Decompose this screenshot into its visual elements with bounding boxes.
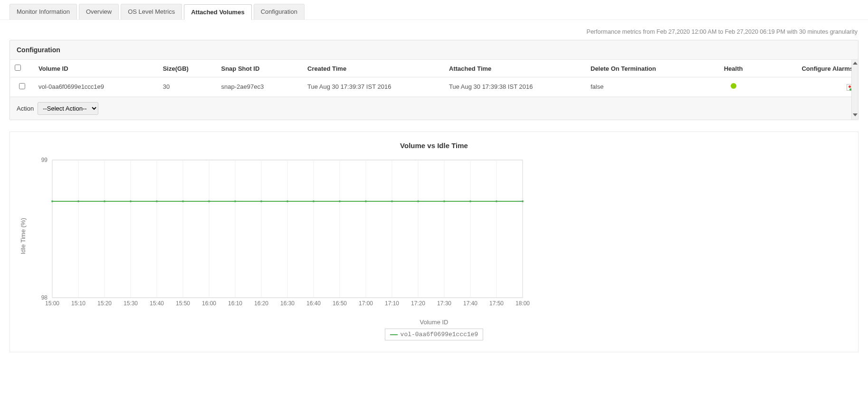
svg-text:16:10: 16:10 xyxy=(228,300,242,307)
svg-text:16:00: 16:00 xyxy=(202,300,216,307)
chart-row: Idle Time (%) 15:0015:1015:2015:3015:401… xyxy=(19,155,849,317)
svg-text:17:00: 17:00 xyxy=(359,300,373,307)
tab-attached-volumes[interactable]: Attached Volumes xyxy=(184,4,251,20)
cell-created-time: Tue Aug 30 17:39:37 IST 2016 xyxy=(303,77,444,97)
header-configure-alarms: Configure Alarms xyxy=(757,60,858,77)
header-health: Health xyxy=(710,60,757,77)
chart-title: Volume vs Idle Time xyxy=(19,141,849,150)
header-size: Size(GB) xyxy=(158,60,217,77)
cell-size: 30 xyxy=(158,77,217,97)
scroll-down-icon[interactable] xyxy=(853,113,858,116)
header-attached-time: Attached Time xyxy=(444,60,586,77)
svg-text:16:50: 16:50 xyxy=(333,300,347,307)
svg-text:15:40: 15:40 xyxy=(150,300,164,307)
svg-text:15:20: 15:20 xyxy=(97,300,112,307)
health-status-icon xyxy=(731,83,736,89)
header-snapshot-id: Snap Shot ID xyxy=(216,60,303,77)
svg-text:17:40: 17:40 xyxy=(463,300,477,307)
select-all-checkbox[interactable] xyxy=(15,65,21,71)
cell-attached-time: Tue Aug 30 17:39:38 IST 2016 xyxy=(444,77,586,97)
header-delete-on-termination: Delete On Termination xyxy=(586,60,710,77)
header-checkbox-cell xyxy=(10,60,34,77)
cell-delete-on-termination: false xyxy=(586,77,710,97)
action-select[interactable]: --Select Action-- xyxy=(38,102,98,115)
action-row: Action --Select Action-- xyxy=(10,97,858,120)
table-row: vol-0aa6f0699e1ccc1e9 30 snap-2ae97ec3 T… xyxy=(10,77,858,97)
chart-y-axis-label: Idle Time (%) xyxy=(19,218,27,254)
svg-text:17:50: 17:50 xyxy=(489,300,504,307)
panel-title: Configuration xyxy=(10,40,858,60)
svg-text:98: 98 xyxy=(41,294,48,301)
legend-item[interactable]: vol-0aa6f0699e1ccc1e9 xyxy=(385,329,484,340)
legend-label: vol-0aa6f0699e1ccc1e9 xyxy=(401,331,478,338)
volumes-table: Volume ID Size(GB) Snap Shot ID Created … xyxy=(10,60,858,97)
svg-text:99: 99 xyxy=(41,157,48,163)
svg-text:15:30: 15:30 xyxy=(124,300,138,307)
cell-volume-id: vol-0aa6f0699e1ccc1e9 xyxy=(34,77,158,97)
idle-time-chart: 15:0015:1015:2015:3015:4015:5016:0016:10… xyxy=(29,155,532,317)
svg-text:17:30: 17:30 xyxy=(437,300,451,307)
table-scrollbar[interactable] xyxy=(851,60,858,120)
table-header-row: Volume ID Size(GB) Snap Shot ID Created … xyxy=(10,60,858,77)
chart-legend: vol-0aa6f0699e1ccc1e9 xyxy=(19,329,849,340)
chart-panel: Volume vs Idle Time Idle Time (%) 15:001… xyxy=(10,132,858,352)
svg-text:17:20: 17:20 xyxy=(411,300,425,307)
volumes-table-wrap: Volume ID Size(GB) Snap Shot ID Created … xyxy=(10,60,858,120)
header-created-time: Created Time xyxy=(303,60,444,77)
svg-text:18:00: 18:00 xyxy=(515,300,530,307)
row-checkbox-cell xyxy=(10,77,34,97)
tab-overview[interactable]: Overview xyxy=(79,4,119,19)
tab-os-level-metrics[interactable]: OS Level Metrics xyxy=(121,4,182,19)
tabs-container: Monitor Information Overview OS Level Me… xyxy=(0,0,868,20)
row-checkbox[interactable] xyxy=(19,83,25,89)
chart-x-axis-label: Volume ID xyxy=(19,319,849,326)
action-label: Action xyxy=(17,105,34,112)
legend-swatch-icon xyxy=(390,334,398,335)
svg-text:17:10: 17:10 xyxy=(385,300,399,307)
svg-text:15:00: 15:00 xyxy=(45,300,59,307)
svg-text:15:50: 15:50 xyxy=(176,300,190,307)
cell-health xyxy=(710,77,757,97)
tab-monitor-information[interactable]: Monitor Information xyxy=(10,4,77,19)
header-volume-id: Volume ID xyxy=(34,60,158,77)
tab-configuration[interactable]: Configuration xyxy=(254,4,305,19)
cell-configure-alarms xyxy=(757,77,858,97)
scroll-up-icon[interactable] xyxy=(853,62,858,65)
configuration-panel: Configuration Volume ID Size(GB) Snap Sh… xyxy=(10,40,858,120)
svg-text:16:40: 16:40 xyxy=(306,300,321,307)
svg-text:16:20: 16:20 xyxy=(254,300,268,307)
svg-text:16:30: 16:30 xyxy=(280,300,295,307)
cell-snapshot-id: snap-2ae97ec3 xyxy=(216,77,303,97)
svg-text:15:10: 15:10 xyxy=(71,300,86,307)
metrics-time-range: Performance metrics from Feb 27,2020 12:… xyxy=(0,20,868,40)
